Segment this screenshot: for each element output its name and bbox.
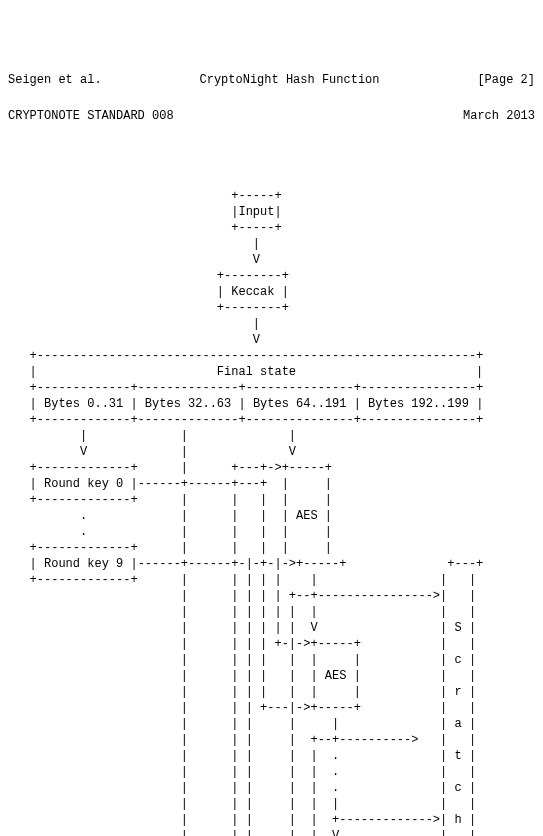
aes-box-1: AES bbox=[296, 509, 318, 523]
final-state-label: Final state bbox=[217, 365, 296, 379]
bytes-col4: Bytes 192..199 bbox=[368, 397, 469, 411]
round-key-9: Round key 9 bbox=[44, 557, 123, 571]
subheader-line: CRYPTONOTE STANDARD 008March 2013 bbox=[8, 108, 535, 124]
scratchpad-r: r bbox=[454, 685, 461, 699]
doc-date: March 2013 bbox=[463, 108, 535, 124]
input-box: Input bbox=[238, 205, 274, 219]
scratchpad-c2: c bbox=[454, 781, 461, 795]
bytes-col2: Bytes 32..63 bbox=[145, 397, 231, 411]
author: Seigen et al. bbox=[8, 72, 102, 88]
scratchpad-s: S bbox=[454, 621, 461, 635]
scratchpad-t: t bbox=[454, 749, 461, 763]
ascii-diagram: +-----+ |Input| +-----+ | V +--------+ bbox=[8, 172, 535, 836]
doc-title: CryptoNight Hash Function bbox=[199, 72, 379, 88]
page-number: [Page 2] bbox=[477, 72, 535, 88]
scratchpad-a: a bbox=[454, 717, 461, 731]
standard-name: CRYPTONOTE STANDARD 008 bbox=[8, 108, 174, 124]
keccak-box: Keccak bbox=[231, 285, 274, 299]
scratchpad-h: h bbox=[454, 813, 461, 827]
scratchpad-c: c bbox=[454, 653, 461, 667]
aes-box-2: AES bbox=[325, 669, 347, 683]
header-line: Seigen et al.CryptoNight Hash Function[P… bbox=[8, 72, 535, 88]
bytes-col1: Bytes 0..31 bbox=[44, 397, 123, 411]
bytes-col3: Bytes 64..191 bbox=[253, 397, 347, 411]
round-key-0: Round key 0 bbox=[44, 477, 123, 491]
